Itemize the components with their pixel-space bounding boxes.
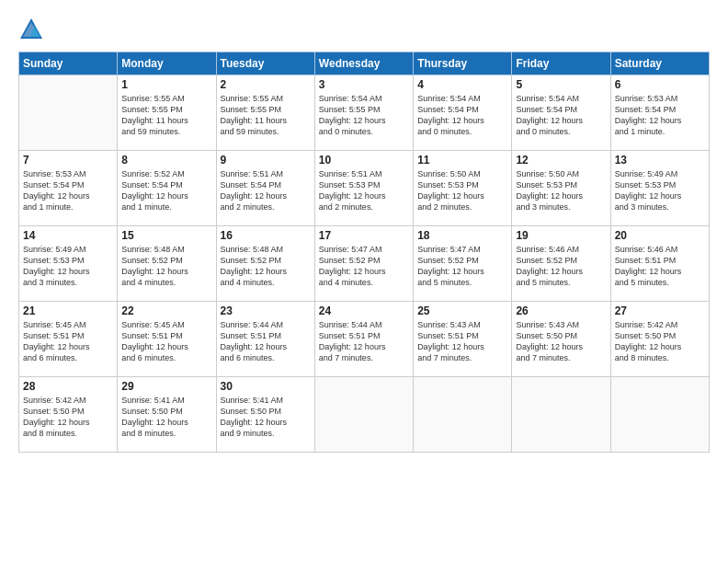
day-info: Sunrise: 5:51 AM Sunset: 5:54 PM Dayligh… — [221, 168, 311, 213]
day-number: 25 — [417, 304, 507, 317]
day-number: 7 — [23, 154, 113, 167]
day-number: 19 — [516, 229, 606, 242]
day-info: Sunrise: 5:54 AM Sunset: 5:54 PM Dayligh… — [417, 93, 507, 138]
calendar-cell: 24Sunrise: 5:44 AM Sunset: 5:51 PM Dayli… — [314, 302, 413, 377]
calendar-cell: 28Sunrise: 5:42 AM Sunset: 5:50 PM Dayli… — [19, 377, 118, 453]
day-number: 23 — [221, 304, 311, 317]
day-info: Sunrise: 5:48 AM Sunset: 5:52 PM Dayligh… — [221, 244, 311, 289]
calendar-cell: 5Sunrise: 5:54 AM Sunset: 5:54 PM Daylig… — [512, 75, 610, 151]
header-day-sunday: Sunday — [19, 52, 118, 75]
calendar-cell — [610, 377, 709, 453]
day-info: Sunrise: 5:45 AM Sunset: 5:51 PM Dayligh… — [23, 319, 113, 364]
calendar-cell: 22Sunrise: 5:45 AM Sunset: 5:51 PM Dayli… — [118, 302, 216, 377]
day-info: Sunrise: 5:54 AM Sunset: 5:54 PM Dayligh… — [516, 93, 606, 138]
header-day-friday: Friday — [512, 52, 610, 75]
calendar-cell — [19, 75, 118, 151]
day-info: Sunrise: 5:49 AM Sunset: 5:53 PM Dayligh… — [615, 168, 705, 213]
day-number: 1 — [121, 78, 211, 91]
day-number: 15 — [121, 229, 211, 242]
calendar-cell: 1Sunrise: 5:55 AM Sunset: 5:55 PM Daylig… — [118, 75, 216, 151]
calendar-cell: 10Sunrise: 5:51 AM Sunset: 5:53 PM Dayli… — [314, 151, 413, 226]
day-info: Sunrise: 5:43 AM Sunset: 5:50 PM Dayligh… — [516, 319, 606, 364]
day-info: Sunrise: 5:43 AM Sunset: 5:51 PM Dayligh… — [417, 319, 507, 364]
day-number: 2 — [221, 78, 311, 91]
calendar-body: 1Sunrise: 5:55 AM Sunset: 5:55 PM Daylig… — [19, 75, 710, 453]
calendar-cell: 4Sunrise: 5:54 AM Sunset: 5:54 PM Daylig… — [414, 75, 512, 151]
calendar-cell: 26Sunrise: 5:43 AM Sunset: 5:50 PM Dayli… — [512, 302, 610, 377]
day-number: 9 — [221, 154, 311, 167]
day-info: Sunrise: 5:53 AM Sunset: 5:54 PM Dayligh… — [615, 93, 705, 138]
calendar-cell: 11Sunrise: 5:50 AM Sunset: 5:53 PM Dayli… — [414, 151, 512, 226]
day-number: 16 — [221, 229, 311, 242]
day-number: 18 — [417, 229, 507, 242]
calendar-cell: 25Sunrise: 5:43 AM Sunset: 5:51 PM Dayli… — [414, 302, 512, 377]
day-info: Sunrise: 5:51 AM Sunset: 5:53 PM Dayligh… — [319, 168, 409, 213]
day-number: 26 — [516, 304, 606, 317]
day-info: Sunrise: 5:53 AM Sunset: 5:54 PM Dayligh… — [23, 168, 113, 213]
week-row-5: 28Sunrise: 5:42 AM Sunset: 5:50 PM Dayli… — [19, 377, 710, 453]
calendar-header: SundayMondayTuesdayWednesdayThursdayFrid… — [19, 52, 710, 75]
day-info: Sunrise: 5:46 AM Sunset: 5:51 PM Dayligh… — [615, 244, 705, 289]
day-number: 4 — [417, 78, 507, 91]
calendar-cell: 16Sunrise: 5:48 AM Sunset: 5:52 PM Dayli… — [216, 226, 314, 302]
header-day-saturday: Saturday — [610, 52, 709, 75]
calendar-cell: 19Sunrise: 5:46 AM Sunset: 5:52 PM Dayli… — [512, 226, 610, 302]
day-number: 5 — [516, 78, 606, 91]
week-row-1: 1Sunrise: 5:55 AM Sunset: 5:55 PM Daylig… — [19, 75, 710, 151]
calendar-cell: 18Sunrise: 5:47 AM Sunset: 5:52 PM Dayli… — [414, 226, 512, 302]
day-number: 29 — [121, 380, 211, 393]
day-number: 10 — [319, 154, 409, 167]
header-day-thursday: Thursday — [414, 52, 512, 75]
day-number: 17 — [319, 229, 409, 242]
header-row: SundayMondayTuesdayWednesdayThursdayFrid… — [19, 52, 710, 75]
day-number: 24 — [319, 304, 409, 317]
calendar-cell: 27Sunrise: 5:42 AM Sunset: 5:50 PM Dayli… — [610, 302, 709, 377]
day-number: 13 — [615, 154, 705, 167]
calendar-cell: 23Sunrise: 5:44 AM Sunset: 5:51 PM Dayli… — [216, 302, 314, 377]
day-info: Sunrise: 5:50 AM Sunset: 5:53 PM Dayligh… — [516, 168, 606, 213]
calendar-cell: 6Sunrise: 5:53 AM Sunset: 5:54 PM Daylig… — [610, 75, 709, 151]
day-info: Sunrise: 5:42 AM Sunset: 5:50 PM Dayligh… — [23, 395, 113, 440]
day-number: 30 — [221, 380, 311, 393]
logo-icon — [18, 17, 44, 42]
day-info: Sunrise: 5:50 AM Sunset: 5:53 PM Dayligh… — [417, 168, 507, 213]
week-row-2: 7Sunrise: 5:53 AM Sunset: 5:54 PM Daylig… — [19, 151, 710, 226]
day-info: Sunrise: 5:48 AM Sunset: 5:52 PM Dayligh… — [121, 244, 211, 289]
header-day-monday: Monday — [118, 52, 216, 75]
day-number: 28 — [23, 380, 113, 393]
calendar-cell: 15Sunrise: 5:48 AM Sunset: 5:52 PM Dayli… — [118, 226, 216, 302]
week-row-3: 14Sunrise: 5:49 AM Sunset: 5:53 PM Dayli… — [19, 226, 710, 302]
calendar-cell — [414, 377, 512, 453]
day-number: 6 — [615, 78, 705, 91]
day-number: 21 — [23, 304, 113, 317]
day-info: Sunrise: 5:44 AM Sunset: 5:51 PM Dayligh… — [221, 319, 311, 364]
day-info: Sunrise: 5:46 AM Sunset: 5:52 PM Dayligh… — [516, 244, 606, 289]
day-number: 8 — [121, 154, 211, 167]
day-number: 27 — [615, 304, 705, 317]
day-info: Sunrise: 5:45 AM Sunset: 5:51 PM Dayligh… — [121, 319, 211, 364]
calendar-cell: 7Sunrise: 5:53 AM Sunset: 5:54 PM Daylig… — [19, 151, 118, 226]
day-info: Sunrise: 5:47 AM Sunset: 5:52 PM Dayligh… — [417, 244, 507, 289]
calendar-cell — [512, 377, 610, 453]
calendar-cell: 30Sunrise: 5:41 AM Sunset: 5:50 PM Dayli… — [216, 377, 314, 453]
day-info: Sunrise: 5:55 AM Sunset: 5:55 PM Dayligh… — [221, 93, 311, 138]
calendar-cell: 14Sunrise: 5:49 AM Sunset: 5:53 PM Dayli… — [19, 226, 118, 302]
week-row-4: 21Sunrise: 5:45 AM Sunset: 5:51 PM Dayli… — [19, 302, 710, 377]
calendar-cell: 17Sunrise: 5:47 AM Sunset: 5:52 PM Dayli… — [314, 226, 413, 302]
calendar-cell: 8Sunrise: 5:52 AM Sunset: 5:54 PM Daylig… — [118, 151, 216, 226]
calendar-cell: 12Sunrise: 5:50 AM Sunset: 5:53 PM Dayli… — [512, 151, 610, 226]
calendar-cell: 20Sunrise: 5:46 AM Sunset: 5:51 PM Dayli… — [610, 226, 709, 302]
day-number: 22 — [121, 304, 211, 317]
header — [18, 17, 710, 42]
page: SundayMondayTuesdayWednesdayThursdayFrid… — [0, 0, 728, 563]
day-number: 3 — [319, 78, 409, 91]
day-info: Sunrise: 5:42 AM Sunset: 5:50 PM Dayligh… — [615, 319, 705, 364]
day-number: 11 — [417, 154, 507, 167]
calendar-cell: 21Sunrise: 5:45 AM Sunset: 5:51 PM Dayli… — [19, 302, 118, 377]
day-info: Sunrise: 5:52 AM Sunset: 5:54 PM Dayligh… — [121, 168, 211, 213]
day-info: Sunrise: 5:41 AM Sunset: 5:50 PM Dayligh… — [221, 395, 311, 440]
day-info: Sunrise: 5:41 AM Sunset: 5:50 PM Dayligh… — [121, 395, 211, 440]
calendar-cell — [314, 377, 413, 453]
calendar-cell: 2Sunrise: 5:55 AM Sunset: 5:55 PM Daylig… — [216, 75, 314, 151]
day-info: Sunrise: 5:47 AM Sunset: 5:52 PM Dayligh… — [319, 244, 409, 289]
